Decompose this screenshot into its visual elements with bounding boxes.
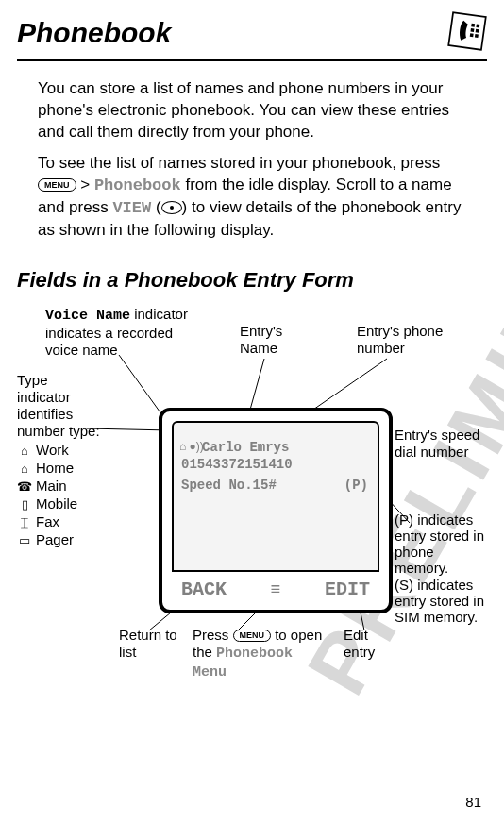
memory-p: (P) [395,512,413,528]
type-main: ☎Main [17,478,102,495]
type-work: ⌂Work [17,442,102,459]
callout-type: Type indicator identifies number type: ⌂… [17,372,102,549]
menu-key-icon-2: MENU [233,630,272,642]
diagram: Voice Name indicator indicates a recorde… [17,306,487,702]
header-row: Phonebook [0,0,504,55]
callout-memory: (P) indicates entry stored in phone memo… [395,512,487,626]
view-label: VIEW [112,199,151,217]
screen-entry-number: 01543372151410 [181,457,293,472]
svg-rect-2 [476,25,479,28]
softkey-menu-icon[interactable]: ≡ [271,580,281,599]
callout-edit: Edit entry [344,627,400,661]
type-mobile-label: Mobile [36,495,77,512]
type-fax: ⌶Fax [17,513,102,530]
phonebook-label: Phonebook [94,176,181,194]
main-icon: ☎ [17,479,32,495]
intro-paragraph-1: You can store a list of names and phone … [38,78,466,143]
screen-memory-p: (P) [344,478,368,493]
callout-return: Return to list [119,627,185,661]
memory-s-txt: (S) indicates entry stored in SIM memory… [395,577,484,626]
type-fax-label: Fax [36,513,59,529]
section-title: Fields in a Phonebook Entry Form [17,268,504,293]
intro2-pre: To see the list of names stored in your … [38,154,440,172]
type-list: ⌂Work ⌂Home ☎Main ▯Mobile ⌶Fax ▭Pager [17,442,102,548]
softkey-eye-icon [161,201,182,214]
svg-rect-3 [470,28,474,32]
home-icon: ⌂ [17,462,32,477]
pager-icon: ▭ [17,533,32,548]
menu-key-icon: MENU [38,178,76,192]
softkey-bar: BACK ≡ EDIT [172,576,379,604]
type-home-label: Home [36,460,74,476]
callout-entry-phone: Entry's phone number [357,323,479,357]
type-pager: ▭Pager [17,531,102,548]
svg-rect-4 [476,29,479,33]
type-pager-label: Pager [36,531,74,547]
softkey-edit[interactable]: EDIT [325,579,370,600]
callout-voice-name: Voice Name indicator indicates a recorde… [45,306,206,359]
callout-entry-name: Entry's Name [240,323,306,357]
fax-icon: ⌶ [17,515,32,530]
intro-paragraph-2: To see the list of names stored in your … [38,153,466,242]
callout-speed: Entry's speed dial number [395,427,489,461]
page-number: 81 [465,794,481,810]
softkey-back[interactable]: BACK [181,579,227,600]
svg-rect-6 [475,34,479,38]
type-label: Type indicator identifies number type: [17,372,100,439]
type-home: ⌂Home [17,460,102,477]
work-icon: ⌂ [17,444,32,459]
mobile-icon: ▯ [17,497,32,512]
intro2-gt: > [76,176,94,193]
type-work-label: Work [36,442,69,458]
callout-press-menu: Press MENU to open the PhonebookMenu [193,627,334,681]
pb-menu-1: Phonebook [216,646,293,662]
handset-icon [447,11,487,55]
svg-rect-0 [448,12,486,50]
screen-entry-name: Carlo Emrys [202,440,289,455]
entry-icons: ⌂ ●)) [179,440,204,453]
press-pre: Press [193,627,233,643]
svg-rect-5 [470,33,474,37]
page-title: Phonebook [17,17,171,49]
voice-name-mono: Voice Name [45,308,130,324]
type-main-label: Main [36,478,67,494]
title-rule [17,59,487,61]
phone-device: ⌂ ●)) Carlo Emrys 01543372151410 Speed N… [159,408,393,613]
paren-open: ( [151,198,160,216]
svg-rect-1 [471,24,475,27]
pb-menu-2: Menu [193,664,227,680]
screen-speed-dial: Speed No.15# [181,478,277,493]
type-mobile: ▯Mobile [17,495,102,512]
phone-screen: ⌂ ●)) Carlo Emrys 01543372151410 Speed N… [172,421,379,572]
